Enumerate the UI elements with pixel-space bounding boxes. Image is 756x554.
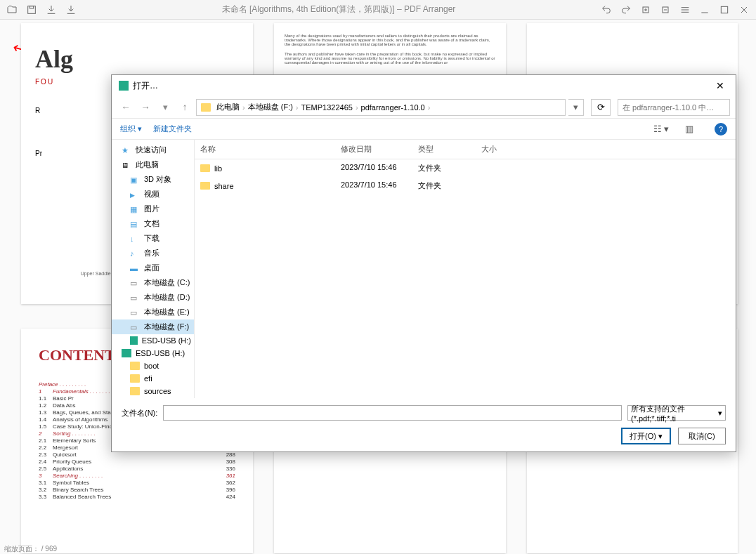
minimize-button[interactable] <box>696 2 714 18</box>
drv-icon <box>130 308 140 317</box>
img-icon <box>130 205 140 213</box>
file-list: 名称 修改日期 类型 大小 lib2023/7/10 15:46文件夹share… <box>195 140 736 398</box>
refresh-button[interactable]: ⟳ <box>591 99 611 116</box>
tree-item[interactable]: 文档 <box>112 216 194 231</box>
open-file-button[interactable] <box>3 2 21 18</box>
filetype-filter[interactable]: 所有支持的文件 (*.pdf;*.tiff;*.ti▾ <box>627 405 726 421</box>
vid-icon <box>130 190 140 199</box>
book-title-fragment: Alg <box>35 44 239 74</box>
tree-item[interactable]: 本地磁盘 (D:) <box>112 290 194 305</box>
svg-rect-1 <box>30 6 33 8</box>
svg-rect-0 <box>28 6 36 13</box>
back-button[interactable]: ← <box>117 99 134 116</box>
import-button[interactable] <box>42 2 60 18</box>
pc-icon <box>122 161 131 169</box>
filename-input[interactable] <box>163 405 622 421</box>
app-icon <box>119 81 129 91</box>
help-icon[interactable]: ? <box>715 123 727 136</box>
tree-item[interactable]: 音乐 <box>112 246 194 260</box>
breadcrumb-seg[interactable]: TEMP1322465 <box>301 103 353 112</box>
cancel-button[interactable]: 取消(C) <box>678 428 726 444</box>
tree-item[interactable]: 此电脑 <box>112 157 194 172</box>
drv-icon <box>130 323 140 331</box>
breadcrumb-seg[interactable]: 此电脑 <box>216 102 240 112</box>
usb-icon <box>130 336 138 345</box>
col-size[interactable]: 大小 <box>476 140 532 159</box>
zoom-in-button[interactable] <box>637 2 655 18</box>
save-button[interactable] <box>22 2 41 18</box>
tree-item[interactable]: sources <box>112 385 194 397</box>
col-name[interactable]: 名称 <box>195 140 335 159</box>
undo-button[interactable] <box>597 2 615 18</box>
folder-icon <box>200 182 210 190</box>
open-button[interactable]: 打开(O) ▾ <box>621 428 671 444</box>
filename-label: 文件名(N): <box>122 408 157 418</box>
file-row[interactable]: share2023/7/10 15:46文件夹 <box>195 177 736 194</box>
organize-menu[interactable]: 组织 ▾ <box>120 124 142 134</box>
tree-item[interactable]: 图片 <box>112 202 194 216</box>
tree-item[interactable]: efi <box>112 372 194 385</box>
tree-item[interactable]: ESD-USB (H:) <box>112 334 194 347</box>
mus-icon <box>130 249 140 258</box>
tree-item[interactable]: 3D 对象 <box>112 172 194 187</box>
close-icon[interactable]: ✕ <box>712 80 729 91</box>
tree-item[interactable]: 本地磁盘 (E:) <box>112 305 194 319</box>
open-file-dialog: 打开… ✕ ← → ▾ ↑ 此电脑›本地磁盘 (F:)›TEMP1322465›… <box>111 74 736 452</box>
search-input[interactable] <box>618 99 730 116</box>
breadcrumb-seg[interactable]: 本地磁盘 (F:) <box>248 102 293 112</box>
desk-icon <box>130 264 140 272</box>
view-mode-button[interactable]: ☷ ▾ <box>653 122 670 136</box>
import-alt-button[interactable] <box>62 2 80 18</box>
tree-item[interactable]: 快速访问 <box>112 143 194 157</box>
preview-pane-button[interactable]: ▥ <box>681 122 698 136</box>
breadcrumb-dropdown[interactable]: ▾ <box>568 99 584 116</box>
drv-icon <box>130 279 140 287</box>
drv-icon <box>130 294 140 302</box>
menu-button[interactable] <box>676 2 694 18</box>
tree-item[interactable]: 下载 <box>112 231 194 246</box>
fld-icon <box>130 362 140 370</box>
folder-tree[interactable]: 快速访问此电脑3D 对象视频图片文档下载音乐桌面本地磁盘 (C:)本地磁盘 (D… <box>112 140 195 398</box>
new-folder-button[interactable]: 新建文件夹 <box>153 124 192 134</box>
tree-item[interactable]: boot <box>112 360 194 372</box>
tree-item[interactable]: ESD-USB (H:) <box>112 347 194 360</box>
star-icon <box>122 146 131 154</box>
fld-icon <box>130 387 140 395</box>
folder-icon <box>200 164 210 172</box>
maximize-button[interactable] <box>715 2 734 18</box>
breadcrumb[interactable]: 此电脑›本地磁盘 (F:)›TEMP1322465›pdfarranger-1.… <box>196 99 566 116</box>
up-button[interactable]: ↑ <box>176 99 193 116</box>
recent-dropdown[interactable]: ▾ <box>157 99 174 116</box>
redo-button[interactable] <box>617 2 635 18</box>
close-window-button[interactable] <box>735 2 753 18</box>
col-date[interactable]: 修改日期 <box>335 140 412 159</box>
file-list-header[interactable]: 名称 修改日期 类型 大小 <box>195 140 736 159</box>
tree-item[interactable]: 本地磁盘 (F:) <box>112 319 194 334</box>
col-type[interactable]: 类型 <box>412 140 476 159</box>
tree-item[interactable]: 视频 <box>112 187 194 202</box>
cube-icon <box>130 176 140 184</box>
dialog-title: 打开… <box>133 80 158 92</box>
forward-button[interactable]: → <box>137 99 154 116</box>
file-row[interactable]: lib2023/7/10 15:46文件夹 <box>195 159 736 177</box>
fld-icon <box>130 374 140 383</box>
svg-rect-4 <box>721 6 727 13</box>
doc-icon <box>130 220 140 228</box>
breadcrumb-seg[interactable]: pdfarranger-1.10.0 <box>361 103 425 112</box>
dl-icon <box>130 235 140 243</box>
tree-item[interactable]: 桌面 <box>112 260 194 275</box>
app-title: 未命名 [Algorithms, 4th Edition(算法，第四版)] – … <box>80 4 597 15</box>
tree-item[interactable]: 本地磁盘 (C:) <box>112 275 194 290</box>
zoom-out-button[interactable] <box>656 2 674 18</box>
status-bar: 缩放页面： / 969 <box>0 544 756 554</box>
usb-icon <box>122 349 131 357</box>
